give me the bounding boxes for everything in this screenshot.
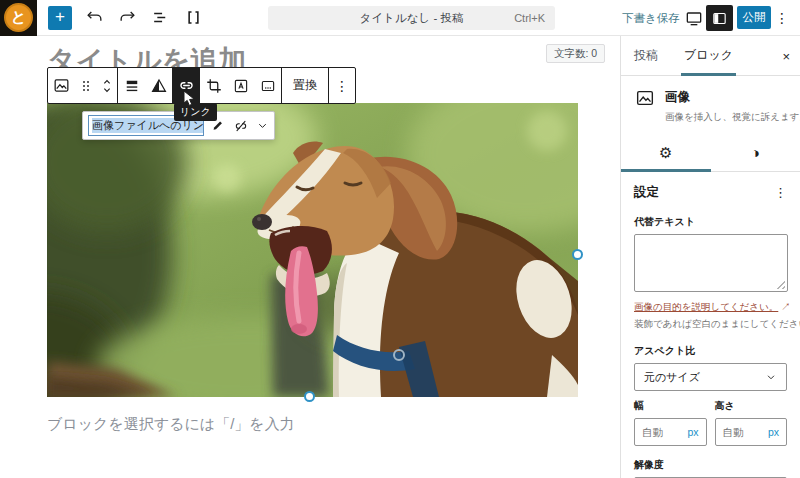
image-block-card-icon (634, 87, 656, 124)
resize-handle-right[interactable] (572, 249, 583, 260)
preview-icon[interactable] (684, 8, 704, 28)
dimensions-row: 幅 px 高さ px (634, 391, 787, 446)
external-link-icon: ↗ (781, 301, 791, 312)
image-block[interactable] (47, 103, 578, 397)
sidebar-tabs: 投稿 ブロック × (621, 36, 800, 76)
drag-handle-icon[interactable] (75, 68, 96, 103)
block-inserter-button[interactable]: + (48, 6, 72, 30)
brackets-icon[interactable] (182, 7, 204, 29)
resolution-label: 解像度 (634, 458, 787, 472)
width-input[interactable]: px (634, 418, 707, 446)
site-logo-icon: と (4, 3, 33, 32)
aspect-ratio-select[interactable]: 元のサイズ (634, 363, 787, 391)
dog-photo (47, 103, 578, 397)
settings-heading: 設定 (634, 184, 659, 201)
tab-block[interactable]: ブロック (671, 36, 746, 76)
publish-button[interactable]: 公開 (737, 6, 771, 29)
block-card-title: 画像 (665, 89, 800, 106)
width-field[interactable] (642, 426, 676, 438)
block-options-icon[interactable]: ⋮ (329, 68, 355, 103)
height-label: 高さ (715, 399, 788, 413)
mouse-cursor (183, 90, 196, 107)
undo-icon[interactable] (83, 7, 105, 29)
toolbar-group-options: ⋮ (328, 68, 355, 103)
settings-panel-header: 設定 ⋮ (621, 172, 800, 207)
resize-grip-icon[interactable] (776, 280, 785, 289)
image-block-icon[interactable] (48, 68, 75, 103)
block-card: 画像 画像を挿入し、視覚に訴えます。 (621, 76, 800, 134)
block-mover-icon[interactable] (96, 68, 117, 103)
caption-icon[interactable] (254, 68, 281, 103)
text-overlay-icon[interactable] (227, 68, 254, 103)
toolbar-group-replace: 置換 (281, 68, 328, 103)
link-popup-chevron-icon[interactable] (256, 119, 269, 132)
width-label: 幅 (634, 399, 707, 413)
replace-button[interactable]: 置換 (282, 77, 328, 94)
close-sidebar-icon[interactable]: × (782, 36, 790, 76)
toolbar-group-block (48, 68, 117, 103)
document-bar[interactable]: タイトルなし - 投稿 Ctrl+K (268, 6, 555, 30)
list-view-icon[interactable] (149, 7, 171, 29)
save-draft-button[interactable]: 下書き保存 (622, 11, 680, 26)
styles-tab-icon[interactable]: ◑ (711, 134, 800, 171)
aspect-ratio-value: 元のサイズ (644, 370, 700, 385)
block-card-description: 画像を挿入し、視覚に訴えます。 (665, 111, 800, 124)
settings-options-icon[interactable]: ⋮ (774, 185, 787, 200)
resize-handle-bottom[interactable] (304, 391, 315, 402)
height-unit: px (768, 426, 779, 438)
alt-help-text: 装飾であれば空白のままにしてください。 (634, 318, 787, 331)
document-title: タイトルなし - 投稿 (360, 11, 464, 26)
settings-sidebar-toggle[interactable] (706, 5, 733, 31)
settings-tab-gear-icon[interactable]: ⚙ (621, 134, 711, 171)
height-field[interactable] (723, 426, 757, 438)
site-logo[interactable]: と (0, 0, 37, 36)
chevron-down-icon (765, 371, 777, 383)
width-unit: px (687, 426, 698, 438)
tab-post[interactable]: 投稿 (621, 36, 671, 76)
alt-describe-row: 画像の目的を説明してください。 ↗ (634, 301, 787, 314)
alt-describe-link[interactable]: 画像の目的を説明してください。 (634, 301, 778, 312)
word-count-badge: 文字数: 0 (546, 44, 605, 63)
paragraph-placeholder[interactable]: ブロックを選択するには「/」を入力 (47, 415, 295, 434)
unlink-icon[interactable] (233, 118, 249, 134)
alt-text-label: 代替テキスト (634, 215, 787, 229)
block-toolbar: 置換 ⋮ (47, 67, 356, 104)
settings-sidebar: 投稿 ブロック × 画像 画像を挿入し、視覚に訴えます。 ⚙ ◑ 設定 ⋮ 代替… (620, 36, 800, 478)
aspect-ratio-label: アスペクト比 (634, 344, 787, 358)
height-input[interactable]: px (715, 418, 788, 446)
editor-window: と + タイトルなし - 投稿 Ctrl+K 下書き保存 公開 ⋮ 文字数: 0… (0, 0, 800, 478)
options-menu-icon[interactable]: ⋮ (774, 8, 790, 28)
align-icon[interactable] (118, 68, 145, 103)
inspector-tool-tabs: ⚙ ◑ (621, 134, 800, 172)
crop-icon[interactable] (200, 68, 227, 103)
duotone-filter-icon[interactable] (145, 68, 172, 103)
top-bar: と + タイトルなし - 投稿 Ctrl+K 下書き保存 公開 ⋮ (0, 0, 800, 36)
toolbar-group-image-tools (117, 68, 281, 103)
command-shortcut: Ctrl+K (514, 12, 545, 24)
alt-text-textarea[interactable] (634, 234, 788, 292)
redo-icon[interactable] (116, 7, 138, 29)
